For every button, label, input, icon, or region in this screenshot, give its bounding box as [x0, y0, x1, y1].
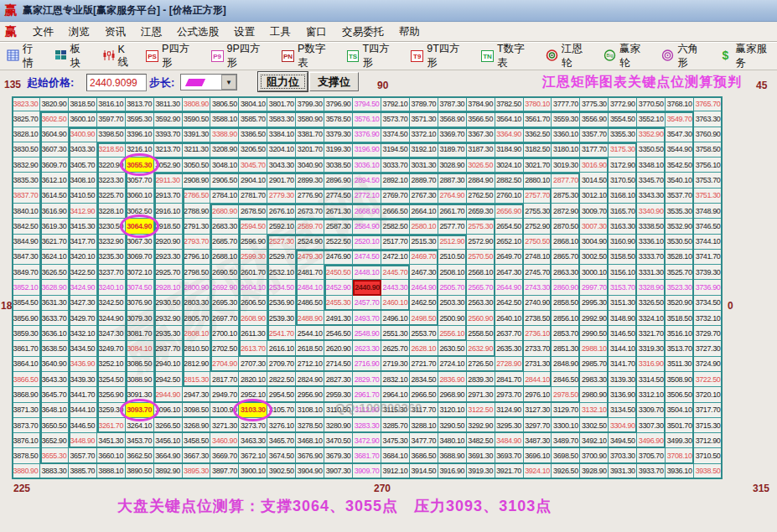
grid-cell[interactable]: 3540.10	[666, 173, 694, 188]
center-price-cell[interactable]: 2440.90	[353, 280, 381, 295]
grid-cell[interactable]: 3168.10	[609, 189, 637, 204]
grid-cell[interactable]: 3278.50	[296, 418, 324, 433]
grid-cell[interactable]: 3938.50	[694, 464, 723, 479]
grid-cell[interactable]: 3609.70	[40, 158, 69, 173]
grid-cell[interactable]: 2620.90	[324, 341, 353, 356]
grid-cell[interactable]: 3624.10	[40, 250, 69, 265]
menu-item-交易委托[interactable]: 交易委托	[334, 23, 391, 41]
grid-cell[interactable]: 3859.30	[12, 326, 40, 341]
grid-cell[interactable]: 2479.30	[296, 250, 324, 265]
grid-cell[interactable]: 3062.50	[126, 204, 154, 219]
grid-cell[interactable]: 2824.90	[296, 372, 324, 387]
menu-item-资讯[interactable]: 资讯	[97, 23, 133, 41]
grid-cell[interactable]: 2716.90	[353, 357, 381, 372]
grid-cell[interactable]: 2762.50	[467, 189, 495, 204]
menu-item-工具[interactable]: 工具	[262, 23, 298, 41]
grid-cell[interactable]: 2496.10	[381, 311, 410, 326]
grid-cell[interactable]: 3105.70	[267, 403, 296, 418]
grid-cell[interactable]: 3120.10	[438, 403, 467, 418]
grid-cell[interactable]: 3153.70	[609, 280, 637, 295]
grid-cell[interactable]: 3124.90	[495, 403, 524, 418]
grid-cell[interactable]: 2553.70	[410, 326, 438, 341]
grid-cell[interactable]: 2695.30	[210, 296, 239, 311]
grid-cell[interactable]: 3177.70	[580, 142, 609, 158]
grid-cell[interactable]: 3290.50	[438, 418, 467, 433]
grid-cell[interactable]: 3364.90	[495, 127, 524, 142]
grid-cell[interactable]: 2469.70	[410, 250, 438, 265]
grid-cell[interactable]: 3818.50	[69, 96, 97, 111]
grid-cell[interactable]: 2925.70	[154, 265, 183, 280]
grid-cell[interactable]: 3549.70	[666, 111, 694, 127]
grid-cell[interactable]: 2750.50	[524, 235, 552, 250]
grid-cell[interactable]: 3768.10	[666, 96, 694, 111]
grid-cell[interactable]: 2445.70	[381, 265, 410, 280]
grid-cell[interactable]: 3096.10	[154, 403, 183, 418]
grid-cell[interactable]: 3547.30	[666, 127, 694, 142]
grid-cell[interactable]: 2676.10	[267, 204, 296, 219]
grid-cell[interactable]: 3799.30	[296, 96, 324, 111]
grid-cell[interactable]: 3343.30	[637, 189, 666, 204]
grid-cell[interactable]: 2834.50	[410, 372, 438, 387]
grid-cell[interactable]: 2940.10	[154, 357, 183, 372]
grid-cell[interactable]: 2666.50	[381, 204, 410, 219]
grid-cell[interactable]: 3907.30	[324, 464, 353, 479]
grid-cell[interactable]: 3664.90	[154, 448, 183, 463]
grid-cell[interactable]: 3220.90	[97, 158, 126, 173]
grid-cell[interactable]: 3336.10	[637, 235, 666, 250]
grid-cell[interactable]: 2594.50	[239, 219, 267, 234]
grid-cell[interactable]: 2527.30	[267, 235, 296, 250]
toolbar-item-T数字表[interactable]: TNT数字表	[481, 42, 535, 70]
grid-cell[interactable]: 3256.90	[97, 387, 126, 402]
grid-cell[interactable]: 3895.30	[183, 464, 211, 479]
grid-cell[interactable]: 3388.90	[210, 127, 239, 142]
grid-cell[interactable]: 3700.90	[580, 448, 609, 463]
grid-cell[interactable]: 2596.90	[239, 235, 267, 250]
grid-cell[interactable]: 3873.70	[12, 418, 40, 433]
grid-cell[interactable]: 3696.10	[524, 448, 552, 463]
grid-cell[interactable]: 2880.10	[524, 173, 552, 188]
grid-cell[interactable]: 2721.70	[410, 357, 438, 372]
grid-cell[interactable]: 2714.50	[324, 357, 353, 372]
grid-cell[interactable]: 3544.90	[666, 142, 694, 158]
grid-cell[interactable]: 3693.70	[495, 448, 524, 463]
grid-cell[interactable]: 3460.90	[210, 433, 239, 448]
grid-cell[interactable]: 3472.90	[353, 433, 381, 448]
grid-cell[interactable]: 3345.70	[637, 173, 666, 188]
grid-cell[interactable]: 2580.10	[410, 219, 438, 234]
grid-cell[interactable]: 3412.90	[69, 204, 97, 219]
grid-cell[interactable]: 3504.10	[666, 403, 694, 418]
grid-cell[interactable]: 2870.50	[552, 219, 580, 234]
grid-cell[interactable]: 3218.50	[97, 142, 126, 158]
grid-cell[interactable]: 3909.70	[353, 464, 381, 479]
grid-cell[interactable]: 3204.10	[267, 142, 296, 158]
grid-cell[interactable]: 2522.50	[324, 235, 353, 250]
grid-cell[interactable]: 3604.90	[40, 127, 69, 142]
grid-cell[interactable]: 2745.70	[524, 265, 552, 280]
grid-cell[interactable]: 3321.70	[637, 326, 666, 341]
grid-cell[interactable]: 3295.30	[495, 418, 524, 433]
grid-cell[interactable]: 2827.30	[324, 372, 353, 387]
grid-cell[interactable]: 3525.70	[666, 265, 694, 280]
grid-cell[interactable]: 2539.30	[267, 311, 296, 326]
grid-cell[interactable]: 3523.30	[666, 280, 694, 295]
grid-cell[interactable]: 3756.10	[694, 158, 723, 173]
grid-cell[interactable]: 3360.10	[552, 127, 580, 142]
grid-cell[interactable]: 3206.50	[239, 142, 267, 158]
highlighted-key-level-cell[interactable]: 3055.30	[126, 158, 154, 173]
grid-cell[interactable]: 2815.30	[183, 372, 211, 387]
grid-cell[interactable]: 2774.50	[324, 189, 353, 204]
highlighted-key-level-cell[interactable]: 3064.90	[126, 219, 154, 234]
grid-cell[interactable]: 3201.70	[296, 142, 324, 158]
grid-cell[interactable]: 2848.90	[552, 357, 580, 372]
grid-cell[interactable]: 2448.10	[353, 265, 381, 280]
grid-cell[interactable]: 3931.30	[609, 464, 637, 479]
grid-cell[interactable]: 2781.70	[239, 189, 267, 204]
grid-cell[interactable]: 3511.30	[666, 357, 694, 372]
grid-cell[interactable]: 2920.90	[154, 235, 183, 250]
grid-cell[interactable]: 3381.70	[296, 127, 324, 142]
grid-cell[interactable]: 3559.30	[552, 111, 580, 127]
grid-cell[interactable]: 2680.90	[210, 204, 239, 219]
grid-cell[interactable]: 3676.90	[296, 448, 324, 463]
grid-cell[interactable]: 3535.30	[666, 204, 694, 219]
grid-cell[interactable]: 3811.30	[154, 96, 183, 111]
